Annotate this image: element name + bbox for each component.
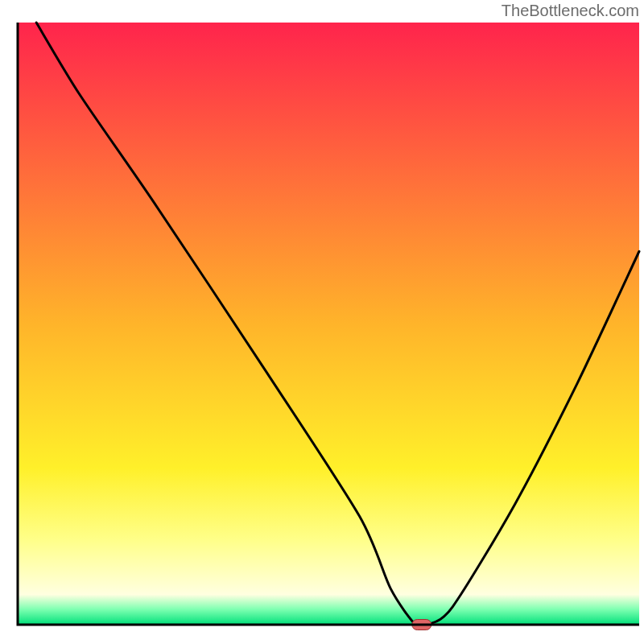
watermark-text: TheBottleneck.com: [502, 2, 639, 20]
chart-background: [18, 23, 639, 625]
chart-container: TheBottleneck.com: [0, 0, 644, 644]
bottleneck-chart: [0, 0, 644, 644]
